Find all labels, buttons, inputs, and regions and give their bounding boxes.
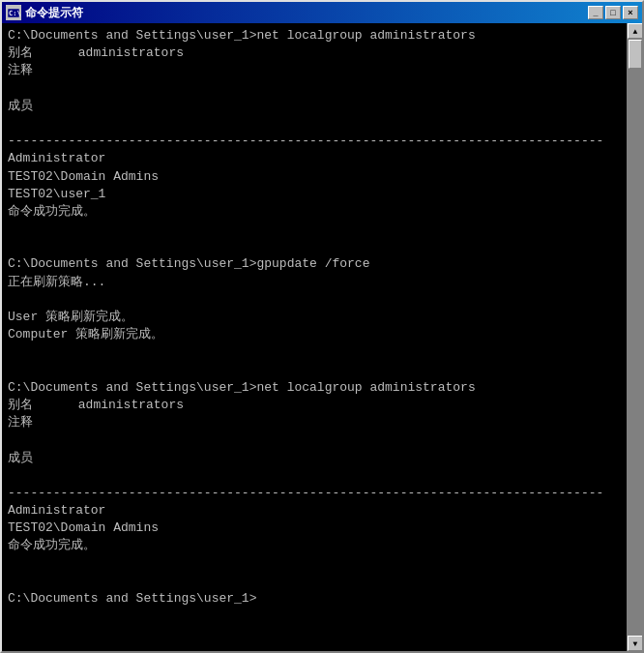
console-content: C:\Documents and Settings\user_1>net loc… [2, 23, 627, 651]
window-title: 命令提示符 [25, 5, 83, 21]
maximize-button[interactable]: □ [605, 6, 621, 19]
console-output: C:\Documents and Settings\user_1>net loc… [8, 27, 621, 608]
window-controls: _ □ × [588, 6, 638, 19]
console-wrapper: C:\Documents and Settings\user_1>net loc… [2, 23, 642, 651]
svg-text:C:\: C:\ [9, 10, 20, 17]
scroll-up-button[interactable]: ▲ [628, 23, 642, 39]
title-bar-left: C:\ 命令提示符 [6, 5, 83, 21]
minimize-button[interactable]: _ [588, 6, 603, 19]
vertical-scrollbar[interactable]: ▲ ▼ [627, 23, 642, 651]
close-button[interactable]: × [623, 6, 638, 19]
cmd-window: C:\ 命令提示符 _ □ × C:\Documents and Setting… [0, 0, 644, 653]
scroll-thumb[interactable] [629, 40, 642, 69]
title-bar: C:\ 命令提示符 _ □ × [2, 2, 642, 23]
scroll-down-button[interactable]: ▼ [628, 636, 642, 651]
scroll-track [628, 39, 642, 636]
cmd-icon: C:\ [6, 5, 21, 20]
